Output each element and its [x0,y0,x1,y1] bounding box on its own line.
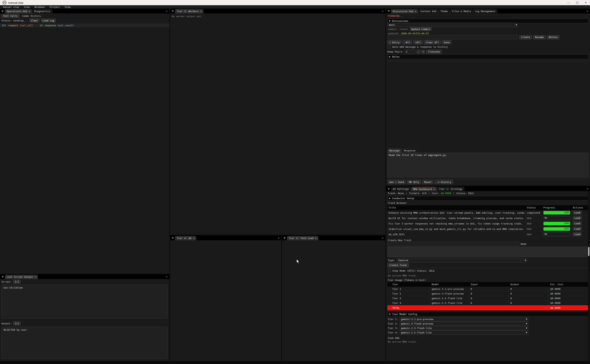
update-commit-button[interactable]: Update Commit [410,27,432,31]
load-track-button[interactable]: Load [573,221,582,225]
menu-view[interactable]: View [24,6,30,8]
tab-list-icon[interactable]: ▼ [387,9,391,13]
load-track-button[interactable]: Load [573,227,582,231]
tab-list-icon[interactable]: ▼ [170,236,175,240]
keep-pairs-increment-button[interactable]: + [421,50,425,54]
expand-all-button[interactable]: +All [413,40,423,44]
delete-discussion-button[interactable]: Delete [547,35,559,39]
load-track-button[interactable]: Load [573,216,582,220]
script-expand-button[interactable]: [+] [13,280,20,284]
reset-button[interactable]: Reset [422,180,433,184]
tab-tier4-qa[interactable]: Tier 4: QA✕ [175,236,196,240]
tier1-model-select[interactable]: gemini-3.1-pro-preview ▼ [400,317,528,321]
usage-total-row: TOTAL $0.0000 [387,305,589,310]
tab-list-icon[interactable]: ▼ [387,187,391,191]
tab-tier3-workers[interactable]: Tier 3: Workers✕ [175,9,203,13]
tab-log-management[interactable]: Log Management [473,9,497,13]
rename-discussion-button[interactable]: Rename [533,35,546,39]
tab-ai-settings[interactable]: AI Settings [391,187,411,191]
tab-close-icon[interactable]: ✕ [34,275,36,278]
tab-files-media[interactable]: Files & Media [450,9,473,13]
combo-arrow-icon: ▼ [526,322,527,326]
maximize-button[interactable] [573,0,581,5]
tab-tool-calls[interactable]: Tool Calls [1,14,19,18]
keep-pairs-decrement-button[interactable]: - [416,50,420,54]
minimize-button[interactable]: — [564,0,573,5]
load-log-button[interactable]: Load Log [41,19,56,22]
conductor-setup-header[interactable]: ▶ Conductor Setup [387,196,589,201]
menu-view-2[interactable]: View [65,6,71,8]
tab-tier1-strategy[interactable]: Tier 1: Strategy [437,187,464,191]
collapse-all-button[interactable]: -All [402,40,412,44]
close-button[interactable]: ✕ [581,0,590,5]
tool-call-log-row[interactable]: OUT request tool_call IN response tool_r… [0,23,169,27]
panel-close-icon[interactable]: ✕ [166,9,168,13]
panel-close-icon[interactable]: ✕ [166,275,168,279]
discussion-select[interactable]: main ▼ [387,23,518,27]
tab-discussion-hub[interactable]: Discussion Hub✕ [391,9,418,13]
create-discussion-button[interactable]: Create [519,35,532,39]
message-textarea[interactable]: Read the first 10 lines of aggregate.py. [387,153,589,177]
tab-theme[interactable]: Theme [439,9,450,13]
track-description-textarea[interactable] [387,247,589,257]
output-expand-button[interactable]: [+] [13,322,20,325]
tab-close-icon[interactable]: ✕ [415,10,416,13]
tab-close-icon[interactable]: ✕ [315,237,316,240]
menu-project[interactable]: Project [50,6,60,8]
tab-operations-hub[interactable]: Operations Hub✕ [5,9,32,13]
tab-list-icon[interactable]: ▼ [0,275,5,279]
scrollbar-thumb[interactable] [588,247,590,256]
roles-header[interactable]: ▶ Roles [387,54,589,59]
progress-bar: 100% [543,222,570,225]
load-track-button[interactable]: Load [573,232,582,236]
autoadd-checkbox[interactable] [387,45,391,48]
tier3-workers-panel: ▼ Tier 3: Workers✕ ✕ No worker output ye… [170,9,385,235]
tab-close-icon[interactable]: ✕ [434,188,435,191]
clear-button[interactable]: Clear [29,19,40,22]
tier2-model-select[interactable]: gemini-3-flash-preview ▼ [400,322,528,326]
create-track-button[interactable]: Create Track [387,263,409,267]
tab-last-script-output[interactable]: Last Script Output✕ [5,275,38,279]
tab-context-hub[interactable]: Context Hub [418,9,438,13]
tab-close-icon[interactable]: ✕ [29,10,30,13]
keep-pairs-input[interactable] [405,50,416,54]
load-track-button[interactable]: Load [573,211,582,214]
combo-arrow-icon: ▼ [526,317,527,321]
clear-all-button[interactable]: Clear All [424,40,441,44]
add-entry-button[interactable]: + Entry [387,40,402,44]
output-text-box[interactable]: REJECTED by user [1,327,168,359]
save-button[interactable]: Save [442,40,451,44]
tab-mma-dashboard[interactable]: MMA Dashboard✕ [411,187,437,191]
panel-close-icon[interactable]: ✕ [278,236,279,240]
tab-close-icon[interactable]: ✕ [200,10,202,13]
tier4-model-select[interactable]: gemini-2.5-flash-lite ▼ [400,331,528,335]
tab-message[interactable]: Message [387,149,402,153]
panel-close-icon[interactable]: ✕ [587,187,588,191]
tab-comms-history[interactable]: Comms History [20,14,43,18]
script-text-box[interactable]: Get-ChildItem [1,285,168,318]
track-name-input[interactable] [387,242,519,246]
gen-send-button[interactable]: Gen + Send [387,180,406,184]
tab-list-icon[interactable]: ▼ [170,9,175,13]
tab-diagnostics[interactable]: Diagnostics [32,9,52,13]
to-history-button[interactable]: -> History [435,180,453,184]
panel-close-icon[interactable]: ✕ [382,236,383,240]
col-output: Output [510,283,519,286]
menu-windows[interactable]: Windows [34,6,45,8]
truncate-button[interactable]: Truncate [426,50,442,54]
panel-close-icon[interactable]: ✕ [382,9,383,13]
step-mode-checkbox[interactable] [387,269,391,272]
discussion-name-input[interactable] [387,35,518,39]
md-only-button[interactable]: MD Only [407,180,421,184]
tab-response[interactable]: Response [402,149,417,153]
tier-model-config-header[interactable]: ▼ Tier Model Config [387,312,589,317]
track-type-select[interactable]: feature ▼ [396,258,527,262]
menu-manual-slop[interactable]: manual slop [3,6,19,8]
tab-list-icon[interactable]: ▼ [282,236,287,240]
tab-close-icon[interactable]: ✕ [193,237,194,240]
tab-tier2-tech-lead[interactable]: Tier 2: Tech Lead✕ [287,236,318,240]
tab-list-icon[interactable]: ▼ [0,9,5,13]
tier3-model-select[interactable]: gemini-2.5-flash-lite ▼ [400,326,528,330]
panel-close-icon[interactable]: ✕ [587,9,588,13]
panel-scrollbar[interactable] [588,191,590,361]
